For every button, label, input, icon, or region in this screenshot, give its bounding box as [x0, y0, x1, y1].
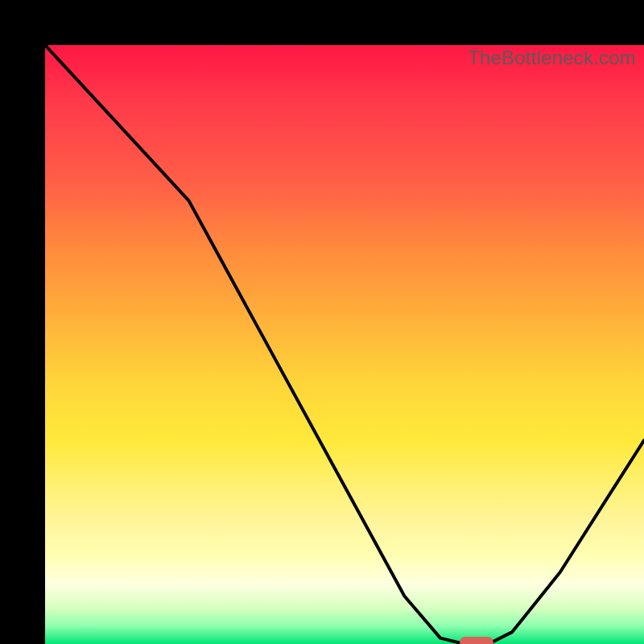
optimum-marker: [460, 637, 493, 644]
bottleneck-curve: [45, 45, 644, 644]
chart-frame: TheBottleneck.com: [0, 0, 644, 644]
chart-plot-area: TheBottleneck.com: [45, 45, 644, 644]
curve-path: [45, 45, 644, 644]
watermark-text: TheBottleneck.com: [468, 47, 636, 69]
